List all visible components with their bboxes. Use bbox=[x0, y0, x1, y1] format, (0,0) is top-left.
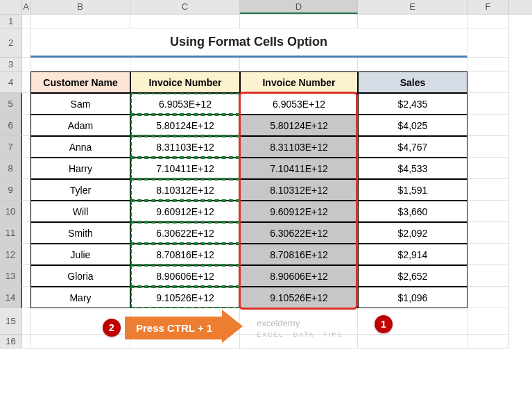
select-all-corner[interactable] bbox=[0, 0, 22, 14]
cell-f14[interactable] bbox=[467, 287, 509, 308]
cell-sales-14[interactable]: $1,096 bbox=[358, 287, 467, 308]
cell-a14[interactable] bbox=[22, 287, 31, 308]
cell-c1[interactable] bbox=[130, 15, 240, 28]
cell-a12[interactable] bbox=[22, 244, 31, 265]
cell-a8[interactable] bbox=[22, 158, 31, 179]
row-header-2[interactable]: 2 bbox=[0, 28, 22, 58]
cell-f7[interactable] bbox=[467, 136, 509, 158]
cell-a5[interactable] bbox=[22, 93, 31, 115]
cell-a1[interactable] bbox=[22, 15, 31, 28]
cell-sales-13[interactable]: $2,652 bbox=[358, 265, 467, 287]
cell-b1[interactable] bbox=[31, 15, 130, 28]
cell-sales-12[interactable]: $2,914 bbox=[358, 244, 467, 265]
row-header-7[interactable]: 7 bbox=[0, 136, 22, 158]
cell-invoice-d-8[interactable]: 7.10411E+12 bbox=[240, 158, 358, 179]
col-header-d[interactable]: D bbox=[240, 0, 358, 14]
cell-invoice-d-7[interactable]: 8.31103E+12 bbox=[240, 136, 358, 158]
row-header-1[interactable]: 1 bbox=[0, 15, 22, 28]
cell-name-12[interactable]: Julie bbox=[31, 244, 130, 265]
cell-invoice-c-6[interactable]: 5.80124E+12 bbox=[130, 115, 240, 136]
header-sales[interactable]: Sales bbox=[358, 72, 467, 93]
cell-d16[interactable] bbox=[240, 335, 358, 348]
cell-a7[interactable] bbox=[22, 136, 31, 158]
cell-f3[interactable] bbox=[467, 58, 509, 72]
cell-e16[interactable] bbox=[358, 335, 467, 348]
row-header-11[interactable]: 11 bbox=[0, 222, 22, 244]
row-header-4[interactable]: 4 bbox=[0, 72, 22, 93]
cell-invoice-c-9[interactable]: 8.10312E+12 bbox=[130, 179, 240, 201]
cell-f15[interactable] bbox=[467, 308, 509, 335]
row-header-14[interactable]: 14 bbox=[0, 287, 22, 308]
cell-sales-5[interactable]: $2,435 bbox=[358, 93, 467, 115]
cell-f11[interactable] bbox=[467, 222, 509, 244]
cell-f12[interactable] bbox=[467, 244, 509, 265]
col-header-a[interactable]: A bbox=[22, 0, 31, 14]
cell-sales-11[interactable]: $2,092 bbox=[358, 222, 467, 244]
col-header-c[interactable]: C bbox=[130, 0, 240, 14]
cell-a3[interactable] bbox=[22, 58, 31, 72]
cell-name-13[interactable]: Gloria bbox=[31, 265, 130, 287]
cell-invoice-c-10[interactable]: 9.60912E+12 bbox=[130, 201, 240, 222]
cell-invoice-c-13[interactable]: 8.90606E+12 bbox=[130, 265, 240, 287]
cell-name-6[interactable]: Adam bbox=[31, 115, 130, 136]
cell-sales-6[interactable]: $4,025 bbox=[358, 115, 467, 136]
row-header-16[interactable]: 16 bbox=[0, 335, 22, 348]
cell-d1[interactable] bbox=[240, 15, 358, 28]
cell-f5[interactable] bbox=[467, 93, 509, 115]
cell-b16[interactable] bbox=[31, 335, 130, 348]
cell-a13[interactable] bbox=[22, 265, 31, 287]
cell-name-7[interactable]: Anna bbox=[31, 136, 130, 158]
row-header-8[interactable]: 8 bbox=[0, 158, 22, 179]
header-invoice-c[interactable]: Invoice Number bbox=[130, 72, 240, 93]
title-cell[interactable]: Using Format Cells Option bbox=[31, 28, 467, 58]
row-header-10[interactable]: 10 bbox=[0, 201, 22, 222]
row-header-13[interactable]: 13 bbox=[0, 265, 22, 287]
cell-sales-7[interactable]: $4,767 bbox=[358, 136, 467, 158]
cell-name-9[interactable]: Tyler bbox=[31, 179, 130, 201]
cell-b3[interactable] bbox=[31, 58, 130, 72]
row-header-6[interactable]: 6 bbox=[0, 115, 22, 136]
cell-invoice-d-6[interactable]: 5.80124E+12 bbox=[240, 115, 358, 136]
cell-c3[interactable] bbox=[130, 58, 240, 72]
cell-a9[interactable] bbox=[22, 179, 31, 201]
cell-invoice-c-11[interactable]: 6.30622E+12 bbox=[130, 222, 240, 244]
row-header-9[interactable]: 9 bbox=[0, 179, 22, 201]
cell-invoice-d-5[interactable]: 6.9053E+12 bbox=[240, 93, 358, 115]
cell-f10[interactable] bbox=[467, 201, 509, 222]
cell-f8[interactable] bbox=[467, 158, 509, 179]
cell-a2[interactable] bbox=[22, 28, 31, 58]
cell-a15[interactable] bbox=[22, 308, 31, 335]
cell-f6[interactable] bbox=[467, 115, 509, 136]
cell-name-11[interactable]: Smith bbox=[31, 222, 130, 244]
cell-f9[interactable] bbox=[467, 179, 509, 201]
row-header-15[interactable]: 15 bbox=[0, 308, 22, 335]
cell-name-14[interactable]: Mary bbox=[31, 287, 130, 308]
cell-invoice-c-8[interactable]: 7.10411E+12 bbox=[130, 158, 240, 179]
cell-name-10[interactable]: Will bbox=[31, 201, 130, 222]
cell-f16[interactable] bbox=[467, 335, 509, 348]
cell-a11[interactable] bbox=[22, 222, 31, 244]
cell-invoice-c-12[interactable]: 8.70816E+12 bbox=[130, 244, 240, 265]
cell-invoice-d-11[interactable]: 6.30622E+12 bbox=[240, 222, 358, 244]
row-header-3[interactable]: 3 bbox=[0, 58, 22, 72]
cell-f13[interactable] bbox=[467, 265, 509, 287]
row-header-5[interactable]: 5 bbox=[0, 93, 22, 115]
cell-invoice-d-9[interactable]: 8.10312E+12 bbox=[240, 179, 358, 201]
cell-f2[interactable] bbox=[467, 28, 509, 58]
col-header-b[interactable]: B bbox=[31, 0, 130, 14]
col-header-f[interactable]: F bbox=[467, 0, 509, 14]
header-invoice-d[interactable]: Invoice Number bbox=[240, 72, 358, 93]
cell-e1[interactable] bbox=[358, 15, 467, 28]
cell-sales-10[interactable]: $3,660 bbox=[358, 201, 467, 222]
cell-a6[interactable] bbox=[22, 115, 31, 136]
cell-d3[interactable] bbox=[240, 58, 358, 72]
cell-invoice-d-14[interactable]: 9.10526E+12 bbox=[240, 287, 358, 308]
cell-a10[interactable] bbox=[22, 201, 31, 222]
cell-a16[interactable] bbox=[22, 335, 31, 348]
cell-invoice-d-10[interactable]: 9.60912E+12 bbox=[240, 201, 358, 222]
row-header-12[interactable]: 12 bbox=[0, 244, 22, 265]
cell-f1[interactable] bbox=[467, 15, 509, 28]
cell-invoice-c-5[interactable]: 6.9053E+12 bbox=[130, 93, 240, 115]
cell-f4[interactable] bbox=[467, 72, 509, 93]
cell-name-8[interactable]: Harry bbox=[31, 158, 130, 179]
